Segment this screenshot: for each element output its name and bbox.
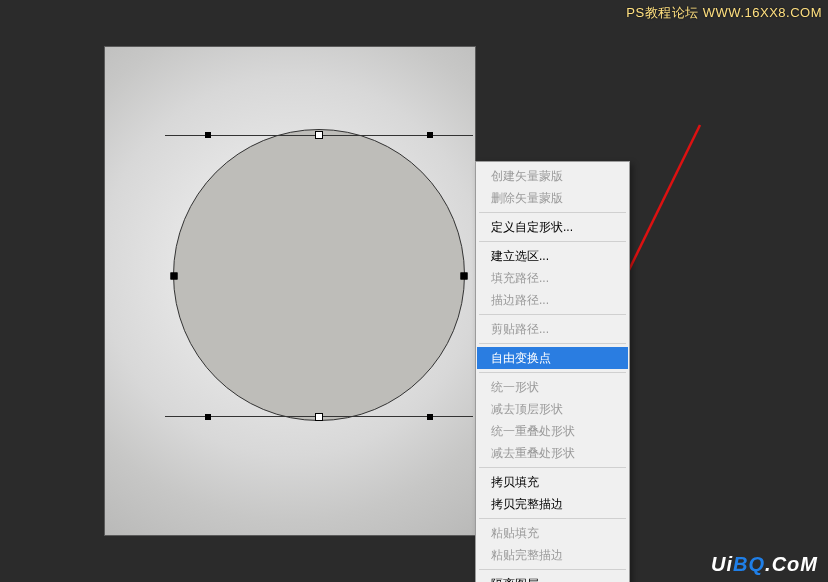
watermark-text-bottom: UiBQ.CoM [711, 553, 818, 576]
watermark-ui: Ui [711, 553, 733, 575]
menu-separator [479, 212, 626, 213]
bezier-handle[interactable] [427, 132, 433, 138]
menu-item: 统一重叠处形状 [477, 420, 628, 442]
menu-item: 删除矢量蒙版 [477, 187, 628, 209]
watermark-com: .CoM [765, 553, 818, 575]
menu-separator [479, 518, 626, 519]
menu-item[interactable]: 拷贝完整描边 [477, 493, 628, 515]
menu-item: 填充路径... [477, 267, 628, 289]
menu-item: 减去顶层形状 [477, 398, 628, 420]
anchor-bottom-mid[interactable] [315, 413, 323, 421]
watermark-bq: BQ [733, 553, 765, 575]
menu-item: 描边路径... [477, 289, 628, 311]
anchor-right[interactable] [460, 273, 467, 280]
menu-item: 粘贴完整描边 [477, 544, 628, 566]
bezier-handle[interactable] [427, 414, 433, 420]
menu-item[interactable]: 定义自定形状... [477, 216, 628, 238]
anchor-top-mid[interactable] [315, 131, 323, 139]
menu-item: 统一形状 [477, 376, 628, 398]
context-menu[interactable]: 创建矢量蒙版删除矢量蒙版定义自定形状...建立选区...填充路径...描边路径.… [475, 161, 630, 582]
menu-item[interactable]: 建立选区... [477, 245, 628, 267]
watermark-text-top: PS教程论坛 WWW.16XX8.COM [626, 4, 822, 22]
anchor-left[interactable] [171, 273, 178, 280]
menu-separator [479, 241, 626, 242]
menu-item: 减去重叠处形状 [477, 442, 628, 464]
bezier-handle[interactable] [205, 132, 211, 138]
bezier-handle[interactable] [205, 414, 211, 420]
menu-item: 剪贴路径... [477, 318, 628, 340]
menu-item: 粘贴填充 [477, 522, 628, 544]
menu-item: 创建矢量蒙版 [477, 165, 628, 187]
menu-separator [479, 467, 626, 468]
menu-separator [479, 569, 626, 570]
path-bounding-box [165, 135, 473, 417]
menu-separator [479, 314, 626, 315]
menu-separator [479, 372, 626, 373]
menu-item[interactable]: 拷贝填充 [477, 471, 628, 493]
menu-item[interactable]: 隔离图层 [477, 573, 628, 582]
menu-item[interactable]: 自由变换点 [477, 347, 628, 369]
document-canvas[interactable] [104, 46, 476, 536]
menu-separator [479, 343, 626, 344]
